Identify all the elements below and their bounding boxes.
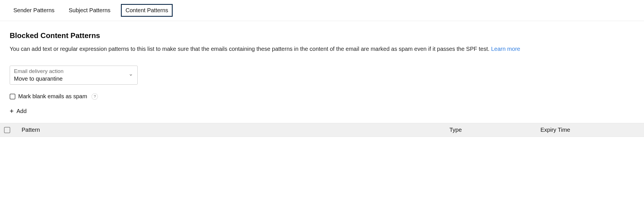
tab-content-patterns[interactable]: Content Patterns bbox=[121, 4, 173, 17]
column-header-pattern[interactable]: Pattern bbox=[20, 127, 449, 133]
select-all-cell bbox=[4, 127, 20, 133]
delivery-action-select[interactable]: Email delivery action Move to quarantine bbox=[10, 66, 138, 85]
column-header-type[interactable]: Type bbox=[449, 127, 540, 133]
add-button[interactable]: + Add bbox=[10, 108, 27, 114]
select-all-checkbox[interactable] bbox=[4, 127, 10, 133]
learn-more-link[interactable]: Learn more bbox=[491, 46, 520, 52]
tab-subject-patterns[interactable]: Subject Patterns bbox=[65, 5, 114, 16]
content-area: Blocked Content Patterns You can add tex… bbox=[0, 21, 644, 114]
tabs-row: Sender Patterns Subject Patterns Content… bbox=[0, 0, 644, 21]
table-header: Pattern Type Expiry Time bbox=[0, 123, 644, 137]
blank-emails-row: Mark blank emails as spam ? bbox=[10, 93, 634, 100]
blank-emails-checkbox[interactable] bbox=[10, 94, 15, 99]
section-description-text: You can add text or regular expression p… bbox=[10, 46, 490, 52]
column-header-expiry[interactable]: Expiry Time bbox=[540, 127, 640, 133]
delivery-action-label: Email delivery action bbox=[14, 68, 133, 74]
blank-emails-label: Mark blank emails as spam bbox=[18, 93, 87, 100]
plus-icon: + bbox=[10, 108, 14, 114]
help-icon[interactable]: ? bbox=[92, 93, 98, 100]
chevron-down-icon bbox=[129, 72, 133, 78]
section-description: You can add text or regular expression p… bbox=[10, 45, 634, 53]
section-title: Blocked Content Patterns bbox=[10, 31, 634, 40]
add-label: Add bbox=[16, 108, 27, 114]
tab-sender-patterns[interactable]: Sender Patterns bbox=[10, 5, 58, 16]
delivery-action-value: Move to quarantine bbox=[14, 76, 133, 82]
